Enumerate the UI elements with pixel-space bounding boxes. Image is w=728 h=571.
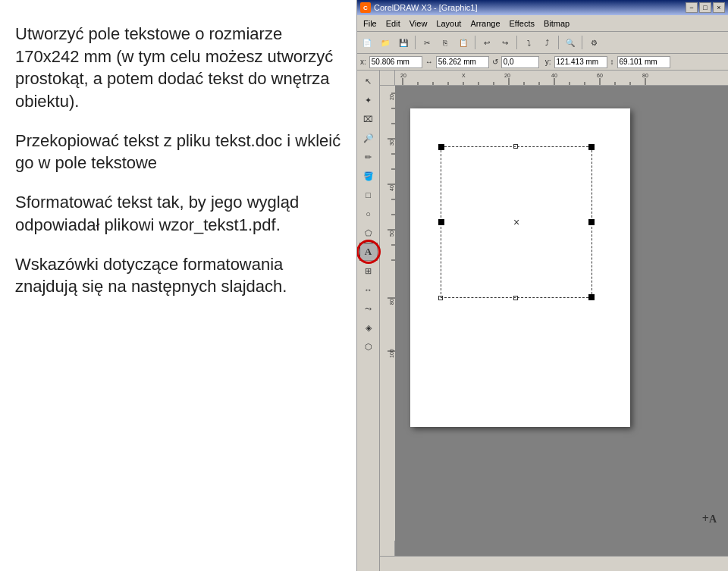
x-label: x: (360, 58, 366, 66)
title-bar: C CorelDRAW X3 - [Graphic1] − □ × (357, 0, 728, 15)
canvas-area: 20 X 20 40 (380, 71, 728, 571)
status-bar (380, 556, 728, 571)
fill-tool[interactable]: ◈ (359, 318, 378, 337)
menu-arrange[interactable]: Arrange (466, 17, 504, 30)
angle-icon: ↺ (492, 58, 498, 66)
canvas-scroll[interactable]: × +A (395, 86, 728, 556)
x-input[interactable] (369, 56, 422, 68)
slide-paragraph-2: Przekopiować tekst z pliku tekst.doc i w… (15, 130, 341, 174)
svg-text:80: 80 (642, 73, 648, 78)
status-text (383, 560, 385, 568)
dimension-tool[interactable]: ↔ (359, 281, 378, 299)
ruler-h-svg: 20 X 20 40 (395, 71, 728, 86)
svg-text:80: 80 (389, 299, 394, 305)
svg-text:30: 30 (389, 140, 394, 146)
minimize-button[interactable]: − (686, 2, 698, 13)
svg-rect-0 (395, 71, 728, 86)
sep4 (558, 36, 559, 49)
svg-text:20: 20 (504, 73, 510, 78)
angle-input[interactable] (501, 56, 539, 68)
connector-tool[interactable]: ⤳ (359, 300, 378, 318)
document-page: × (410, 108, 630, 427)
handle-bl[interactable] (438, 296, 443, 300)
sep3 (516, 36, 517, 49)
menu-file[interactable]: File (359, 17, 381, 30)
import-btn[interactable]: ⤵ (520, 34, 537, 51)
menu-view[interactable]: View (405, 17, 432, 30)
ruler-vertical: 20 30 40 50 (380, 86, 395, 556)
app-icon: C (360, 2, 371, 13)
slide-panel: Utworzyć pole tekstowe o rozmiarze 170x2… (0, 0, 356, 571)
menu-bitmap[interactable]: Bitmap (539, 17, 574, 30)
crop-tool[interactable]: ⌧ (359, 110, 378, 128)
text-frame[interactable]: × (441, 146, 592, 298)
select-tool[interactable]: ↖ (359, 72, 378, 90)
ruler-corner (380, 71, 395, 86)
work-area: ↖ ✦ ⌧ 🔎 ✏ 🪣 □ ○ ⬠ A ⊞ ↔ ⤳ ◈ ⬡ (357, 71, 728, 571)
coreldraw-window: C CorelDRAW X3 - [Graphic1] − □ × File E… (356, 0, 728, 571)
svg-text:60: 60 (597, 73, 603, 78)
slide-paragraph-4: Wskazówki dotyczące formatowania znajduj… (15, 253, 341, 298)
save-btn[interactable]: 💾 (395, 34, 412, 51)
polygon-tool[interactable]: ⬠ (359, 224, 378, 242)
side-toolbar: ↖ ✦ ⌧ 🔎 ✏ 🪣 □ ○ ⬠ A ⊞ ↔ ⤳ ◈ ⬡ (357, 71, 380, 571)
window-title: CorelDRAW X3 - [Graphic1] (374, 3, 682, 12)
copy-btn[interactable]: ⎘ (437, 34, 453, 51)
svg-text:40: 40 (389, 185, 394, 191)
menu-layout[interactable]: Layout (431, 17, 466, 30)
slide-paragraph-1: Utworzyć pole tekstowe o rozmiarze 170x2… (15, 23, 341, 113)
handle-ml[interactable] (438, 219, 444, 225)
undo-btn[interactable]: ↩ (479, 34, 495, 51)
w-input[interactable] (436, 56, 489, 68)
zoom-in-btn[interactable]: 🔍 (562, 34, 579, 51)
rectangle-tool[interactable]: □ (359, 186, 378, 204)
svg-text:X: X (462, 73, 466, 78)
handle-tr[interactable] (588, 144, 595, 150)
table-tool[interactable]: ⊞ (359, 262, 378, 280)
interactive-fill[interactable]: ⬡ (359, 337, 378, 356)
ruler-vertical-area: 20 30 40 50 (380, 86, 728, 556)
h-input[interactable] (617, 56, 670, 68)
freehand-tool[interactable]: ✏ (359, 148, 378, 166)
sep5 (582, 36, 582, 49)
menu-effects[interactable]: Effects (505, 17, 539, 30)
svg-text:20: 20 (400, 73, 406, 78)
coord-bar: x: ↔ ↺ y: ↕ (357, 54, 728, 71)
cut-btn[interactable]: ✂ (419, 34, 435, 51)
cursor-indicator: +A (702, 512, 717, 526)
shape-tool[interactable]: ✦ (359, 91, 378, 109)
y-label: y: (545, 58, 551, 66)
text-tool[interactable]: A (359, 243, 378, 261)
y-input[interactable] (554, 56, 607, 68)
center-cross: × (513, 216, 519, 228)
toolbar-area: 📄 📁 💾 ✂ ⎘ 📋 ↩ ↪ ⤵ ⤴ 🔍 ⚙ (357, 32, 728, 54)
toolbar-row-1: 📄 📁 💾 ✂ ⎘ 📋 ↩ ↪ ⤵ ⤴ 🔍 ⚙ (359, 33, 726, 52)
handle-mr[interactable] (588, 219, 595, 225)
menu-edit[interactable]: Edit (381, 17, 405, 30)
handle-bc[interactable] (513, 296, 518, 300)
sep1 (415, 36, 416, 49)
svg-text:50: 50 (389, 231, 394, 237)
ruler-top-row: 20 X 20 40 (380, 71, 728, 86)
ruler-horizontal: 20 X 20 40 (395, 71, 728, 86)
paste-btn[interactable]: 📋 (455, 34, 472, 51)
zoom-tool[interactable]: 🔎 (359, 129, 378, 147)
maximize-button[interactable]: □ (699, 2, 711, 13)
h-label: ↕ (610, 58, 614, 66)
new-btn[interactable]: 📄 (359, 34, 375, 51)
menu-bar: File Edit View Layout Arrange Effects Bi… (357, 15, 728, 32)
window-controls: − □ × (686, 2, 725, 13)
open-btn[interactable]: 📁 (377, 34, 394, 51)
svg-text:100: 100 (389, 349, 394, 358)
handle-tc[interactable] (513, 144, 518, 149)
export-btn[interactable]: ⤴ (538, 34, 555, 51)
sep2 (475, 36, 475, 49)
handle-br[interactable] (588, 294, 595, 300)
options-btn[interactable]: ⚙ (585, 34, 602, 51)
ellipse-tool[interactable]: ○ (359, 205, 378, 223)
ruler-v-svg: 20 30 40 50 (380, 86, 395, 556)
handle-tl[interactable] (438, 144, 444, 150)
close-button[interactable]: × (713, 2, 725, 13)
smart-fill[interactable]: 🪣 (359, 167, 378, 185)
redo-btn[interactable]: ↪ (497, 34, 513, 51)
